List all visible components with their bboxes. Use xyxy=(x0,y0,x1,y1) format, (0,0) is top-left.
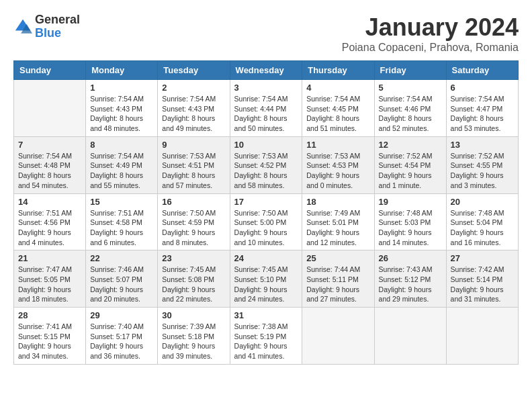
day-number: 19 xyxy=(379,197,442,207)
day-number: 9 xyxy=(162,140,225,150)
table-row xyxy=(14,80,86,137)
table-row: 7Sunrise: 7:54 AMSunset: 4:48 PMDaylight… xyxy=(14,136,86,193)
day-number: 11 xyxy=(306,140,369,150)
table-row: 12Sunrise: 7:52 AMSunset: 4:54 PMDayligh… xyxy=(374,136,446,193)
table-row: 25Sunrise: 7:44 AMSunset: 5:11 PMDayligh… xyxy=(302,250,374,308)
table-row: 18Sunrise: 7:49 AMSunset: 5:01 PMDayligh… xyxy=(302,193,374,250)
day-detail: Sunrise: 7:47 AMSunset: 5:05 PMDaylight:… xyxy=(18,265,81,304)
day-detail: Sunrise: 7:48 AMSunset: 5:04 PMDaylight:… xyxy=(451,208,514,248)
day-number: 4 xyxy=(306,83,369,93)
day-number: 13 xyxy=(451,140,514,150)
day-number: 24 xyxy=(234,253,298,263)
day-number: 29 xyxy=(90,310,153,320)
calendar-week-row: 14Sunrise: 7:51 AMSunset: 4:56 PMDayligh… xyxy=(14,193,519,250)
day-number: 12 xyxy=(379,140,442,150)
day-detail: Sunrise: 7:54 AMSunset: 4:45 PMDaylight:… xyxy=(306,94,369,134)
header-tuesday: Tuesday xyxy=(158,61,230,80)
table-row: 4Sunrise: 7:54 AMSunset: 4:45 PMDaylight… xyxy=(302,80,374,137)
day-number: 5 xyxy=(379,83,442,93)
table-row: 10Sunrise: 7:53 AMSunset: 4:52 PMDayligh… xyxy=(230,136,302,193)
table-row: 2Sunrise: 7:54 AMSunset: 4:43 PMDaylight… xyxy=(158,80,230,137)
day-detail: Sunrise: 7:51 AMSunset: 4:56 PMDaylight:… xyxy=(18,208,81,248)
day-number: 17 xyxy=(234,197,298,207)
day-number: 30 xyxy=(162,310,225,320)
day-number: 26 xyxy=(379,253,442,263)
header-wednesday: Wednesday xyxy=(230,61,302,80)
logo-icon xyxy=(13,17,32,36)
day-detail: Sunrise: 7:54 AMSunset: 4:46 PMDaylight:… xyxy=(379,94,442,134)
day-number: 14 xyxy=(18,197,81,207)
day-detail: Sunrise: 7:44 AMSunset: 5:11 PMDaylight:… xyxy=(306,265,369,304)
day-detail: Sunrise: 7:52 AMSunset: 4:55 PMDaylight:… xyxy=(451,151,514,191)
table-row: 6Sunrise: 7:54 AMSunset: 4:47 PMDaylight… xyxy=(446,80,518,137)
logo-general-text: General xyxy=(35,13,80,27)
day-detail: Sunrise: 7:53 AMSunset: 4:53 PMDaylight:… xyxy=(306,151,369,191)
logo-text: General Blue xyxy=(35,13,80,40)
month-title: January 2024 xyxy=(342,13,519,42)
logo-blue-text: Blue xyxy=(35,27,80,40)
calendar-week-row: 28Sunrise: 7:41 AMSunset: 5:15 PMDayligh… xyxy=(14,308,519,365)
day-detail: Sunrise: 7:42 AMSunset: 5:14 PMDaylight:… xyxy=(451,265,514,304)
day-number: 21 xyxy=(18,253,81,263)
table-row: 15Sunrise: 7:51 AMSunset: 4:58 PMDayligh… xyxy=(86,193,158,250)
day-detail: Sunrise: 7:52 AMSunset: 4:54 PMDaylight:… xyxy=(379,151,442,191)
day-detail: Sunrise: 7:53 AMSunset: 4:51 PMDaylight:… xyxy=(162,151,225,191)
table-row: 21Sunrise: 7:47 AMSunset: 5:05 PMDayligh… xyxy=(14,250,86,308)
table-row: 27Sunrise: 7:42 AMSunset: 5:14 PMDayligh… xyxy=(446,250,518,308)
day-detail: Sunrise: 7:45 AMSunset: 5:08 PMDaylight:… xyxy=(162,265,225,304)
table-row: 26Sunrise: 7:43 AMSunset: 5:12 PMDayligh… xyxy=(374,250,446,308)
table-row: 19Sunrise: 7:48 AMSunset: 5:03 PMDayligh… xyxy=(374,193,446,250)
day-detail: Sunrise: 7:49 AMSunset: 5:01 PMDaylight:… xyxy=(306,208,369,248)
day-detail: Sunrise: 7:54 AMSunset: 4:49 PMDaylight:… xyxy=(90,151,153,191)
day-detail: Sunrise: 7:54 AMSunset: 4:44 PMDaylight:… xyxy=(234,94,298,134)
header-thursday: Thursday xyxy=(302,61,374,80)
day-detail: Sunrise: 7:48 AMSunset: 5:03 PMDaylight:… xyxy=(379,208,442,248)
day-detail: Sunrise: 7:54 AMSunset: 4:43 PMDaylight:… xyxy=(90,94,153,134)
table-row: 13Sunrise: 7:52 AMSunset: 4:55 PMDayligh… xyxy=(446,136,518,193)
logo: General Blue xyxy=(13,13,80,40)
table-row: 14Sunrise: 7:51 AMSunset: 4:56 PMDayligh… xyxy=(14,193,86,250)
table-row: 16Sunrise: 7:50 AMSunset: 4:59 PMDayligh… xyxy=(158,193,230,250)
header-monday: Monday xyxy=(86,61,158,80)
header-sunday: Sunday xyxy=(14,61,86,80)
day-number: 27 xyxy=(451,253,514,263)
day-detail: Sunrise: 7:39 AMSunset: 5:18 PMDaylight:… xyxy=(162,322,225,361)
table-row xyxy=(446,308,518,365)
table-row: 5Sunrise: 7:54 AMSunset: 4:46 PMDaylight… xyxy=(374,80,446,137)
day-detail: Sunrise: 7:46 AMSunset: 5:07 PMDaylight:… xyxy=(90,265,153,304)
day-number: 23 xyxy=(162,253,225,263)
table-row: 24Sunrise: 7:45 AMSunset: 5:10 PMDayligh… xyxy=(230,250,302,308)
day-detail: Sunrise: 7:54 AMSunset: 4:47 PMDaylight:… xyxy=(451,94,514,134)
table-row: 3Sunrise: 7:54 AMSunset: 4:44 PMDaylight… xyxy=(230,80,302,137)
table-row xyxy=(374,308,446,365)
day-number: 7 xyxy=(18,140,81,150)
day-number: 6 xyxy=(451,83,514,93)
day-detail: Sunrise: 7:51 AMSunset: 4:58 PMDaylight:… xyxy=(90,208,153,248)
day-detail: Sunrise: 7:45 AMSunset: 5:10 PMDaylight:… xyxy=(234,265,298,304)
day-number: 1 xyxy=(90,83,153,93)
calendar-week-row: 7Sunrise: 7:54 AMSunset: 4:48 PMDaylight… xyxy=(14,136,519,193)
day-number: 28 xyxy=(18,310,81,320)
day-detail: Sunrise: 7:43 AMSunset: 5:12 PMDaylight:… xyxy=(379,265,442,304)
day-detail: Sunrise: 7:54 AMSunset: 4:48 PMDaylight:… xyxy=(18,151,81,191)
day-number: 25 xyxy=(306,253,369,263)
day-number: 18 xyxy=(306,197,369,207)
day-detail: Sunrise: 7:54 AMSunset: 4:43 PMDaylight:… xyxy=(162,94,225,134)
day-number: 16 xyxy=(162,197,225,207)
table-row: 23Sunrise: 7:45 AMSunset: 5:08 PMDayligh… xyxy=(158,250,230,308)
calendar-table: Sunday Monday Tuesday Wednesday Thursday… xyxy=(13,60,519,365)
day-number: 3 xyxy=(234,83,298,93)
table-row: 1Sunrise: 7:54 AMSunset: 4:43 PMDaylight… xyxy=(86,80,158,137)
table-row: 31Sunrise: 7:38 AMSunset: 5:19 PMDayligh… xyxy=(230,308,302,365)
day-detail: Sunrise: 7:38 AMSunset: 5:19 PMDaylight:… xyxy=(234,322,298,361)
page-header: General Blue January 2024 Poiana Copacen… xyxy=(13,13,519,54)
table-row: 29Sunrise: 7:40 AMSunset: 5:17 PMDayligh… xyxy=(86,308,158,365)
day-number: 31 xyxy=(234,310,298,320)
table-row: 9Sunrise: 7:53 AMSunset: 4:51 PMDaylight… xyxy=(158,136,230,193)
day-detail: Sunrise: 7:53 AMSunset: 4:52 PMDaylight:… xyxy=(234,151,298,191)
title-section: January 2024 Poiana Copaceni, Prahova, R… xyxy=(342,13,519,54)
table-row: 22Sunrise: 7:46 AMSunset: 5:07 PMDayligh… xyxy=(86,250,158,308)
day-detail: Sunrise: 7:41 AMSunset: 5:15 PMDaylight:… xyxy=(18,322,81,361)
day-number: 10 xyxy=(234,140,298,150)
day-number: 20 xyxy=(451,197,514,207)
